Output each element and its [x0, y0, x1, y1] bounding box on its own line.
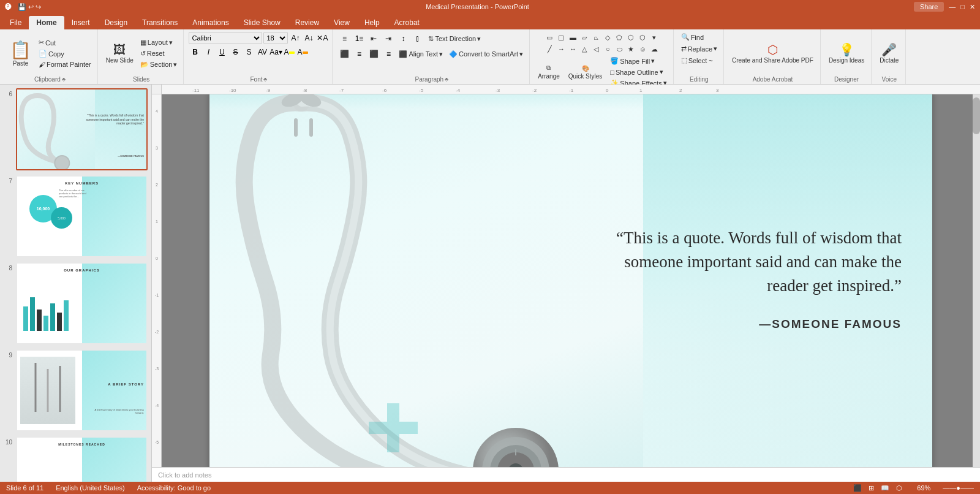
change-case-button[interactable]: Aa▾: [270, 46, 282, 58]
maximize-button[interactable]: □: [960, 3, 965, 10]
decrease-font-button[interactable]: A↓: [303, 32, 315, 44]
shape-hexagon[interactable]: ⬡: [625, 32, 636, 43]
shape-rtriangle[interactable]: ◁: [590, 44, 601, 55]
paste-button[interactable]: 📋 Paste: [6, 39, 35, 68]
align-right-button[interactable]: ⬛: [367, 47, 380, 61]
underline-button[interactable]: U: [216, 46, 228, 58]
reading-view-button[interactable]: 📖: [878, 484, 892, 492]
normal-view-button[interactable]: ⬛: [851, 484, 864, 492]
align-center-button[interactable]: ≡: [352, 47, 366, 61]
shape-cloud[interactable]: ☁: [649, 44, 660, 55]
design-ideas-button[interactable]: 💡 Design Ideas: [826, 42, 867, 66]
share-button[interactable]: Share: [914, 2, 944, 12]
slide-thumb-9[interactable]: A BRIEF STORY A brief summary of what dr…: [16, 349, 148, 431]
close-button[interactable]: ✕: [970, 3, 975, 11]
font-expand-icon[interactable]: ⬘: [263, 77, 267, 82]
line-spacing-button[interactable]: ↕: [396, 32, 410, 45]
slide-canvas[interactable]: “This is a quote. Words full of wisdom t…: [209, 94, 932, 467]
bold-button[interactable]: B: [189, 46, 201, 58]
minimize-button[interactable]: —: [949, 3, 956, 10]
align-left-button[interactable]: ⬛: [337, 47, 351, 61]
highlight-color-button[interactable]: A: [296, 46, 309, 58]
shape-trapezoid[interactable]: ⏢: [590, 32, 601, 43]
paragraph-expand-icon[interactable]: ⬘: [445, 77, 448, 82]
font-name-select[interactable]: Calibri: [189, 32, 262, 44]
slide-thumb-10[interactable]: MILESTONES REACHED: [16, 436, 148, 482]
clipboard-expand-icon[interactable]: ⬘: [62, 77, 66, 82]
tab-animations[interactable]: Animations: [185, 16, 236, 29]
tab-slideshow[interactable]: Slide Show: [236, 16, 288, 29]
section-button[interactable]: 📂 Section ▾: [138, 59, 180, 70]
shape-octagon[interactable]: ⬡: [637, 32, 648, 43]
numbering-button[interactable]: 1≡: [352, 32, 366, 45]
replace-button[interactable]: ⇄ Replace ▾: [679, 44, 720, 54]
shadow-button[interactable]: S: [243, 46, 255, 58]
layout-button[interactable]: ▦ Layout ▾: [138, 37, 180, 48]
decrease-indent-button[interactable]: ⇤: [367, 32, 380, 45]
convert-smartart-button[interactable]: 🔷 Convert to SmartArt ▾: [447, 49, 526, 59]
columns-button[interactable]: ⫿: [411, 32, 424, 45]
shape-line[interactable]: ╱: [544, 44, 555, 55]
shape-diamond[interactable]: ◇: [602, 32, 613, 43]
tab-view[interactable]: View: [326, 16, 357, 29]
shape-star[interactable]: ★: [625, 44, 636, 55]
shape-parallelogram[interactable]: ▱: [579, 32, 590, 43]
copy-button[interactable]: 📄 Copy: [36, 48, 94, 59]
tab-design[interactable]: Design: [97, 16, 135, 29]
shape-pentagon[interactable]: ⬠: [614, 32, 625, 43]
tab-home[interactable]: Home: [29, 16, 64, 29]
slide-panel[interactable]: 6 "This is a quote. Words full of wisdom…: [0, 85, 152, 482]
quote-container[interactable]: “This is a quote. Words full of wisdom t…: [614, 226, 902, 331]
notes-area[interactable]: Click to add notes: [152, 467, 980, 482]
shape-fill-button[interactable]: 🪣 Shape Fill ▾: [608, 56, 669, 66]
slide-item-7[interactable]: 7 KEY NUMBERS 10,000 5,000 The offer num…: [2, 174, 149, 259]
clear-format-button[interactable]: ✕A: [316, 32, 328, 44]
presenter-view-button[interactable]: ⬡: [894, 484, 905, 492]
select-button[interactable]: ⬚ Select ~: [679, 55, 715, 66]
slide-thumb-7[interactable]: KEY NUMBERS 10,000 5,000 The offer numbe…: [16, 175, 148, 257]
justify-button[interactable]: ≡: [382, 47, 395, 61]
tab-help[interactable]: Help: [357, 16, 387, 29]
increase-font-button[interactable]: A↑: [289, 32, 301, 44]
spacing-button[interactable]: AV: [256, 46, 268, 58]
slide-item-9[interactable]: 9 A BRIEF STORY A brief summary of wha: [2, 348, 149, 433]
tab-review[interactable]: Review: [288, 16, 326, 29]
scrollbar-thumb[interactable]: [973, 97, 980, 134]
slide-thumb-8[interactable]: OUR GRAPHICS: [16, 262, 148, 344]
shape-arrow[interactable]: →: [556, 44, 567, 55]
slide-sorter-button[interactable]: ⊞: [866, 484, 876, 492]
align-text-button[interactable]: ⬛ Align Text ▾: [396, 49, 445, 59]
new-slide-button[interactable]: 🖼 New Slide: [103, 42, 137, 66]
text-direction-button[interactable]: ⇅ Text Direction ▾: [426, 34, 483, 44]
cut-button[interactable]: ✂ Cut: [36, 37, 94, 48]
scrollbar-v[interactable]: [973, 94, 980, 467]
slide-item-8[interactable]: 8 OUR GRAPHICS: [2, 261, 149, 346]
italic-button[interactable]: I: [202, 46, 214, 58]
quick-styles-button[interactable]: 🎨 Quick Styles: [565, 63, 606, 82]
font-color-button[interactable]: A: [283, 46, 295, 58]
shape-dbl-arrow[interactable]: ↔: [567, 44, 578, 55]
slide-item-6[interactable]: 6 "This is a quote. Words full of wisdom…: [2, 87, 149, 172]
shape-triangle[interactable]: △: [579, 44, 590, 55]
tab-file[interactable]: File: [2, 16, 29, 29]
find-button[interactable]: 🔍 Find: [679, 32, 706, 42]
shape-rounded-rect[interactable]: ▢: [556, 32, 567, 43]
strikethrough-button[interactable]: S: [229, 46, 241, 58]
format-painter-button[interactable]: 🖌 Format Painter: [36, 59, 94, 69]
shape-outline-button[interactable]: □ Shape Outline ▾: [608, 67, 669, 77]
zoom-slider[interactable]: ——●——: [943, 484, 974, 492]
reset-button[interactable]: ↺ Reset: [138, 48, 180, 59]
shape-rect2[interactable]: ▬: [567, 32, 578, 43]
shape-oval[interactable]: ⬭: [614, 44, 625, 55]
shape-smiley[interactable]: ☺: [637, 44, 648, 55]
tab-insert[interactable]: Insert: [64, 16, 97, 29]
increase-indent-button[interactable]: ⇥: [382, 32, 395, 45]
arrange-button[interactable]: ⧉ Arrange: [535, 63, 563, 82]
slide-thumb-6[interactable]: "This is a quote. Words full of wisdom t…: [16, 88, 148, 170]
font-size-select[interactable]: 18: [263, 32, 288, 44]
slide-canvas-area[interactable]: “This is a quote. Words full of wisdom t…: [162, 94, 980, 467]
shape-more[interactable]: ▾: [649, 32, 660, 43]
bullets-button[interactable]: ≡: [337, 32, 351, 45]
tab-acrobat[interactable]: Acrobat: [387, 16, 427, 29]
tab-transitions[interactable]: Transitions: [135, 16, 185, 29]
